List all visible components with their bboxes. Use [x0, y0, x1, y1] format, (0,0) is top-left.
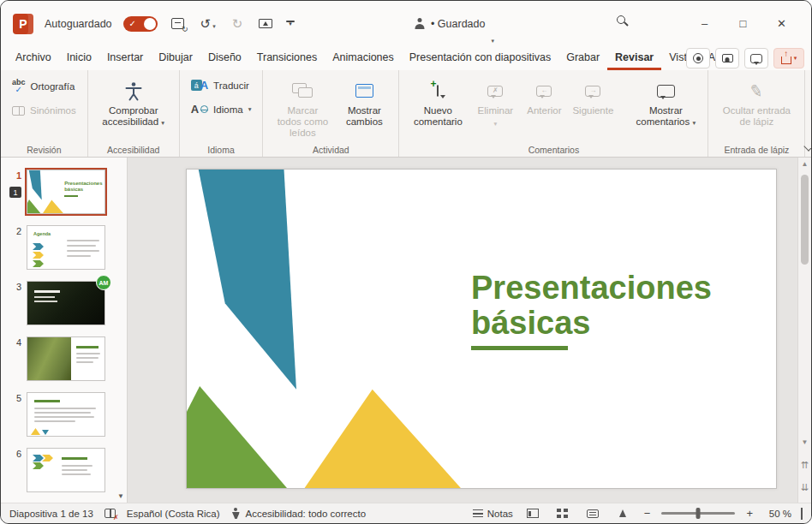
- thumb-text-line: [67, 255, 91, 257]
- previous-slide-button[interactable]: ⇈: [798, 461, 811, 470]
- slide-title[interactable]: Presentaciones básicas: [471, 271, 771, 341]
- next-slide-button[interactable]: ⇊: [798, 483, 811, 492]
- delete-comment-icon: ✗: [487, 80, 503, 102]
- collapse-ribbon-button[interactable]: [805, 70, 812, 157]
- thumb-text-line: [62, 469, 87, 471]
- title-underline-shape[interactable]: [471, 346, 568, 350]
- zoom-slider[interactable]: [661, 512, 735, 515]
- spelling-label: Ortografía: [31, 81, 75, 92]
- next-comment-button[interactable]: → Siguiente: [569, 76, 617, 143]
- slide-thumbnail-4[interactable]: [27, 336, 105, 381]
- tab-revisar[interactable]: Revisar: [607, 46, 661, 70]
- slide-canvas[interactable]: Presentaciones básicas: [186, 169, 777, 489]
- slide-indicator[interactable]: Diapositiva 1 de 13: [9, 509, 93, 519]
- undo-button[interactable]: ↺▾: [198, 15, 218, 33]
- notes-toggle[interactable]: Notas: [473, 509, 513, 519]
- translate-button[interactable]: áA Traducir: [187, 76, 256, 94]
- slide-thumbnail-1[interactable]: Presentaciones básicas: [27, 170, 105, 214]
- title-bar: P Autoguardado ✓ ↺▾ ↻ ▾ • Guardado ▾ – □…: [1, 1, 811, 46]
- save-button[interactable]: [169, 16, 187, 31]
- vertical-scrollbar[interactable]: ▲ ▼ ⇈ ⇊: [797, 158, 811, 503]
- autosave-label: Autoguardado: [45, 18, 112, 30]
- tab-diseno[interactable]: Diseño: [200, 46, 249, 70]
- tab-archivo[interactable]: Archivo: [8, 46, 59, 70]
- language-status[interactable]: Español (Costa Rica): [127, 509, 220, 519]
- check-accessibility-button[interactable]: Comprobar accesibilidad ▾: [95, 76, 172, 143]
- share-button[interactable]: ▾: [773, 48, 804, 68]
- scroll-up-button[interactable]: ▲: [798, 161, 811, 168]
- start-presentation-button[interactable]: [256, 17, 275, 30]
- group-label-language: Idioma: [180, 145, 263, 155]
- autosave-toggle[interactable]: ✓: [123, 16, 158, 32]
- record-button[interactable]: [686, 48, 710, 68]
- slide-editor-area[interactable]: Presentaciones básicas ▲ ▼ ⇈ ⇊: [128, 158, 811, 503]
- thumbnail-scroll-down-button[interactable]: ▼: [117, 492, 124, 500]
- undo-dropdown-icon[interactable]: ▾: [212, 23, 216, 30]
- presence-badge[interactable]: AM: [96, 275, 111, 290]
- new-comment-button[interactable]: + Nuevo comentario: [406, 76, 469, 143]
- comments-pane-button[interactable]: [744, 48, 768, 68]
- dropdown-icon: ▾: [692, 119, 696, 127]
- slide-thumbnail-3[interactable]: [27, 281, 105, 325]
- previous-comment-button[interactable]: ← Anterior: [521, 76, 567, 143]
- translate-icon: áA: [191, 79, 208, 92]
- zoom-in-button[interactable]: +: [744, 507, 755, 520]
- hide-ink-button[interactable]: ✎ Ocultar entrada de lápiz: [715, 76, 797, 143]
- spellcheck-icon: [104, 509, 116, 518]
- fit-to-window-icon: [801, 508, 803, 520]
- thumbnail-row-4: 4: [1, 336, 127, 392]
- normal-view-button[interactable]: [522, 505, 543, 522]
- accessibility-status[interactable]: Accesibilidad: todo correcto: [230, 508, 366, 519]
- tab-grabar[interactable]: Grabar: [558, 46, 607, 70]
- redo-button[interactable]: ↻: [230, 15, 246, 33]
- cameo-button[interactable]: [715, 48, 739, 68]
- ribbon-group-comments: + Nuevo comentario ✗ Eliminar ▾ ← Anteri…: [399, 70, 708, 157]
- thesaurus-icon: [12, 106, 25, 116]
- tab-presentacion[interactable]: Presentación con diapositivas: [402, 46, 558, 70]
- powerpoint-logo-icon[interactable]: P: [13, 14, 33, 34]
- slideshow-button[interactable]: [612, 505, 633, 522]
- tab-insertar[interactable]: Insertar: [99, 46, 151, 70]
- zoom-out-button[interactable]: −: [642, 507, 653, 520]
- tab-animaciones[interactable]: Animaciones: [325, 46, 402, 70]
- tab-dibujar[interactable]: Dibujar: [151, 46, 200, 70]
- spelling-button[interactable]: abc✓ Ortografía: [8, 76, 81, 97]
- group-label-ink: Entrada de lápiz: [708, 145, 804, 155]
- search-button[interactable]: [617, 15, 625, 24]
- slide-thumbnail-5[interactable]: [27, 392, 105, 437]
- customize-quick-access-toolbar-button[interactable]: ▾: [286, 19, 295, 28]
- thumb-title-bar: [62, 457, 87, 460]
- tab-inicio[interactable]: Inicio: [59, 46, 99, 70]
- maximize-button[interactable]: □: [724, 1, 762, 46]
- slide-thumbnail-6[interactable]: [27, 448, 105, 492]
- ribbon-group-accessibility: Comprobar accesibilidad ▾ Accesibilidad: [88, 70, 180, 157]
- close-button[interactable]: ✕: [762, 1, 801, 46]
- show-comments-button[interactable]: Mostrar comentarios ▾: [630, 76, 701, 143]
- zoom-level[interactable]: 50 %: [764, 509, 791, 519]
- show-changes-icon: [355, 80, 373, 102]
- thumb-title-underline: [64, 195, 78, 197]
- group-label-comments: Comentarios: [399, 145, 708, 155]
- spellcheck-status-button[interactable]: [104, 509, 116, 518]
- scrollbar-thumb[interactable]: [801, 175, 809, 265]
- thumb-text-line: [34, 416, 94, 418]
- fit-to-window-button[interactable]: [801, 509, 803, 519]
- slide-sorter-view-button[interactable]: [552, 505, 573, 522]
- thumb-text-line: [34, 408, 96, 409]
- zoom-slider-thumb[interactable]: [696, 508, 701, 519]
- show-changes-button[interactable]: Mostrar cambios: [337, 76, 391, 143]
- comment-badge[interactable]: 1: [9, 187, 21, 198]
- language-button[interactable]: A Idioma ▾: [187, 100, 256, 118]
- slide-thumbnail-2[interactable]: Agenda: [27, 225, 105, 270]
- scroll-down-button[interactable]: ▼: [798, 439, 811, 446]
- thesaurus-button[interactable]: Sinónimos: [8, 103, 81, 118]
- tab-transiciones[interactable]: Transiciones: [249, 46, 325, 70]
- thumb-text-line: [62, 473, 91, 475]
- ribbon-group-activity: Marcar todos como leídos Mostrar cambios…: [263, 70, 399, 157]
- mark-all-read-button[interactable]: Marcar todos como leídos: [270, 76, 335, 143]
- delete-comment-button[interactable]: ✗ Eliminar ▾: [471, 76, 519, 143]
- reading-view-button[interactable]: [582, 505, 603, 522]
- thumbnail-row-1: 1 1 Presentaciones básicas: [1, 170, 127, 225]
- document-title-area[interactable]: • Guardado ▾: [414, 1, 494, 46]
- minimize-button[interactable]: –: [685, 1, 724, 46]
